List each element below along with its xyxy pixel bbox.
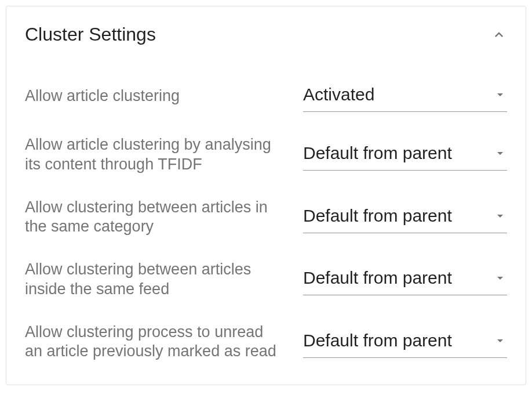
cluster-settings-panel: Cluster Settings Allow article clusterin… — [6, 6, 526, 385]
setting-row-unread: Allow clustering process to unread an ar… — [25, 323, 507, 362]
caret-down-icon — [493, 334, 507, 348]
setting-select-same-category[interactable]: Default from parent — [303, 201, 507, 233]
setting-label: Allow article clustering — [25, 86, 303, 106]
setting-select-tfidf[interactable]: Default from parent — [303, 139, 507, 171]
setting-select-value: Default from parent — [303, 268, 452, 288]
panel-header[interactable]: Cluster Settings — [25, 24, 507, 45]
setting-row-allow-clustering: Allow article clustering Activated — [25, 80, 507, 112]
setting-label: Allow clustering process to unread an ar… — [25, 323, 303, 362]
setting-select-value: Default from parent — [303, 206, 452, 226]
caret-down-icon — [493, 271, 507, 285]
setting-select-allow-clustering[interactable]: Activated — [303, 80, 507, 112]
setting-select-value: Default from parent — [303, 143, 452, 163]
setting-label: Allow clustering between articles in the… — [25, 198, 303, 237]
setting-row-tfidf: Allow article clustering by analysing it… — [25, 135, 507, 175]
setting-label: Allow clustering between articles inside… — [25, 260, 303, 299]
setting-select-unread[interactable]: Default from parent — [303, 326, 507, 358]
caret-down-icon — [493, 209, 507, 223]
setting-row-same-category: Allow clustering between articles in the… — [25, 198, 507, 237]
setting-select-same-feed[interactable]: Default from parent — [303, 263, 507, 295]
setting-select-value: Activated — [303, 85, 374, 104]
setting-row-same-feed: Allow clustering between articles inside… — [25, 260, 507, 299]
panel-title: Cluster Settings — [25, 24, 156, 45]
setting-label: Allow article clustering by analysing it… — [25, 135, 303, 175]
setting-select-value: Default from parent — [303, 331, 452, 350]
caret-down-icon — [493, 146, 507, 160]
caret-down-icon — [493, 88, 507, 102]
chevron-up-icon — [491, 27, 507, 43]
